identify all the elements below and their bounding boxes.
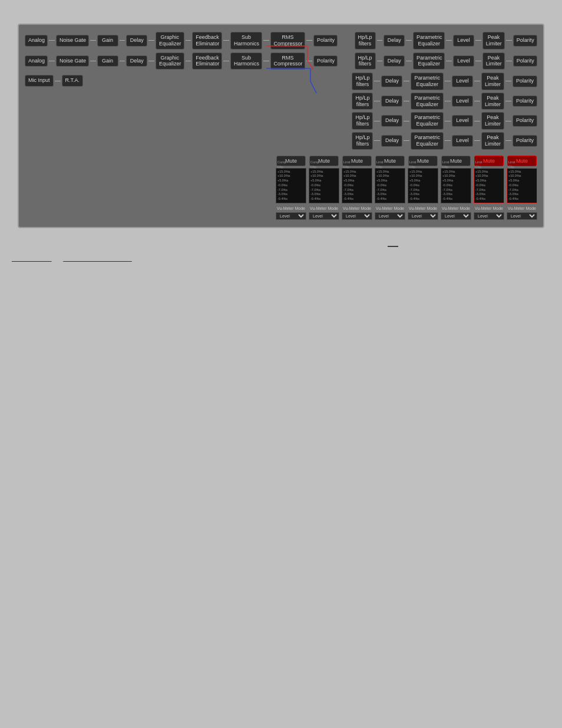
out-polarity-btn-5[interactable]: Polarity [513, 115, 537, 127]
mic-input-row: Mic Input R.T.A. [25, 75, 83, 87]
vu-channel-4: Mute Limit Clip +15.0%s +10.0%s +5.0%s -… [375, 156, 405, 220]
connector-2-7 [263, 61, 269, 61]
vu-mode-label-2: Vu-Meter Mode [310, 206, 338, 210]
vu-mode-label-6: Vu-Meter Mode [442, 206, 470, 210]
connector-2-6 [223, 61, 229, 61]
mic-connector [55, 81, 61, 81]
bottom-link-2[interactable]: ___________________ [63, 255, 131, 262]
vu-mode-label-7: Vu-Meter Mode [475, 206, 503, 210]
vu-mode-select-3[interactable]: Level [342, 212, 372, 220]
vu-channel-7: Mute Limit Clip +15.0%s +10.0%s +5.0%s -… [474, 156, 504, 220]
gain-btn-1[interactable]: Gain [97, 35, 118, 47]
connector-1 [49, 40, 55, 41]
connector-2-5 [186, 61, 191, 61]
vu-meter-6: Limit Clip +15.0%s +10.0%s +5.0%s -0.0%s… [441, 168, 471, 203]
param-eq-btn-6[interactable]: ParametricEqualizer [411, 132, 444, 150]
vu-labels-8: Limit Clip +15.0%s +10.0%s +5.0%s -0.0%s… [508, 160, 535, 201]
connector-4 [148, 40, 154, 41]
analog-btn-2[interactable]: Analog [25, 55, 48, 67]
connector-2 [90, 40, 96, 41]
left-inputs: Mic Input R.T.A. [25, 73, 83, 149]
vu-mode-label-1: Vu-Meter Mode [277, 206, 305, 210]
feedback-btn-2[interactable]: FeedbackEliminator [192, 52, 222, 70]
rms-comp-btn-1[interactable]: RMSCompressor [270, 32, 306, 50]
feedback-btn-1[interactable]: FeedbackEliminator [192, 32, 222, 50]
vu-labels-6: Limit Clip +15.0%s +10.0%s +5.0%s -0.0%s… [442, 160, 470, 201]
connector-7 [263, 40, 269, 41]
vu-channel-2: Mute Comp Clip +15.0%s +10.0%s +5.0%s -0… [309, 156, 339, 220]
panel-body: Analog Noise Gate Gain Delay GraphicEqua… [25, 32, 537, 220]
peak-lim-btn-6[interactable]: PeakLimiter [481, 132, 504, 150]
vu-labels-3: Limit Clip +15.0%s +10.0%s +5.0%s -0.0%s… [343, 160, 371, 201]
vu-mode-select-2[interactable]: Level [309, 212, 339, 220]
connector-2-3 [120, 61, 125, 61]
rms-comp-btn-2[interactable]: RMSCompressor [270, 52, 306, 70]
out-polarity-btn-6[interactable]: Polarity [513, 135, 537, 147]
connector-3 [120, 40, 125, 41]
vu-meter-7: Limit Clip +15.0%s +10.0%s +5.0%s -0.0%s… [474, 168, 504, 203]
routing-svg [308, 40, 562, 105]
connector-2-4 [148, 61, 154, 61]
vu-channel-8: Mute Limit Clip +15.0%s +10.0%s +5.0%s -… [507, 156, 537, 220]
vu-labels-7: Limit Clip +15.0%s +10.0%s +5.0%s -0.0%s… [475, 160, 503, 201]
param-eq-btn-5[interactable]: ParametricEqualizer [411, 112, 444, 130]
vu-channel-5: Mute Limit Clip +15.0%s +10.0%s +5.0%s -… [408, 156, 438, 220]
mic-input-btn[interactable]: Mic Input [25, 75, 54, 87]
vu-mode-select-8[interactable]: Level [507, 212, 537, 220]
vu-section: Mute Comp Clip +15.0%s +10.0%s +5.0%s -0… [25, 156, 537, 220]
vu-labels-5: Limit Clip +15.0%s +10.0%s +5.0%s -0.0%s… [409, 160, 437, 201]
output-row-5: Hp/Lpfilters Delay ParametricEqualizer L… [352, 112, 537, 130]
hplp-btn-6[interactable]: Hp/Lpfilters [352, 132, 373, 150]
vu-meter-5: Limit Clip +15.0%s +10.0%s +5.0%s -0.0%s… [408, 168, 438, 203]
connector-2-1 [49, 61, 55, 61]
vu-mode-label-3: Vu-Meter Mode [343, 206, 371, 210]
vu-mode-label-5: Vu-Meter Mode [409, 206, 437, 210]
noise-gate-btn-2[interactable]: Noise Gate [56, 55, 89, 67]
analog-btn-1[interactable]: Analog [25, 35, 48, 47]
vu-channel-3: Mute Limit Clip +15.0%s +10.0%s +5.0%s -… [342, 156, 372, 220]
svg-line-5 [310, 81, 316, 93]
vu-channel-1: Mute Comp Clip +15.0%s +10.0%s +5.0%s -0… [276, 156, 306, 220]
graphic-eq-btn-1[interactable]: GraphicEqualizer [156, 32, 184, 50]
out-delay-btn-5[interactable]: Delay [381, 115, 402, 127]
rta-btn[interactable]: R.T.A. [62, 75, 84, 87]
delay-btn-2[interactable]: Delay [126, 55, 147, 67]
vu-mode-select-7[interactable]: Level [474, 212, 504, 220]
vu-meter-4: Limit Clip +15.0%s +10.0%s +5.0%s -0.0%s… [375, 168, 405, 203]
vu-mode-select-6[interactable]: Level [441, 212, 471, 220]
vu-mode-label-4: Vu-Meter Mode [376, 206, 404, 210]
mid-section: Mic Input R.T.A. Hp/Lpfilt [25, 73, 537, 149]
connector-6 [223, 40, 229, 41]
noise-gate-btn-1[interactable]: Noise Gate [56, 35, 89, 47]
vu-meter-1: Comp Clip +15.0%s +10.0%s +5.0%s -0.0%s … [276, 168, 306, 203]
hplp-btn-5[interactable]: Hp/Lpfilters [352, 112, 373, 130]
vu-channel-6: Mute Limit Clip +15.0%s +10.0%s +5.0%s -… [441, 156, 471, 220]
vu-meter-3: Limit Clip +15.0%s +10.0%s +5.0%s -0.0%s… [342, 168, 372, 203]
bottom-link-1[interactable]: ___________ [12, 255, 51, 262]
connector-2-2 [90, 61, 96, 61]
vu-meter-8: Limit Clip +15.0%s +10.0%s +5.0%s -0.0%s… [507, 168, 537, 203]
sub-harm-btn-1[interactable]: SubHarmonics [230, 32, 262, 50]
vu-labels-4: Limit Clip +15.0%s +10.0%s +5.0%s -0.0%s… [376, 160, 404, 201]
peak-lim-btn-5[interactable]: PeakLimiter [481, 112, 504, 130]
sub-harm-btn-2[interactable]: SubHarmonics [230, 52, 262, 70]
main-panel: Analog Noise Gate Gain Delay GraphicEqua… [18, 24, 544, 228]
delay-btn-1[interactable]: Delay [126, 35, 147, 47]
vu-mode-select-1[interactable]: Level [276, 212, 306, 220]
out-delay-btn-6[interactable]: Delay [381, 135, 402, 147]
vu-mode-select-4[interactable]: Level [375, 212, 405, 220]
gain-btn-2[interactable]: Gain [97, 55, 118, 67]
graphic-eq-btn-2[interactable]: GraphicEqualizer [156, 52, 184, 70]
vu-labels-1: Comp Clip +15.0%s +10.0%s +5.0%s -0.0%s … [277, 160, 305, 201]
vu-mode-label-8: Vu-Meter Mode [508, 206, 536, 210]
output-row-6: Hp/Lpfilters Delay ParametricEqualizer L… [352, 132, 537, 150]
connector-5 [186, 40, 191, 41]
level-btn-6[interactable]: Level [452, 135, 473, 147]
vu-labels-2: Comp Clip +15.0%s +10.0%s +5.0%s -0.0%s … [310, 160, 338, 201]
bottom-links-section: ___________ ___________________ [12, 255, 562, 262]
level-btn-5[interactable]: Level [452, 115, 473, 127]
minus-button[interactable]: — [224, 240, 562, 252]
vu-meter-2: Comp Clip +15.0%s +10.0%s +5.0%s -0.0%s … [309, 168, 339, 203]
vu-mode-select-5[interactable]: Level [408, 212, 438, 220]
